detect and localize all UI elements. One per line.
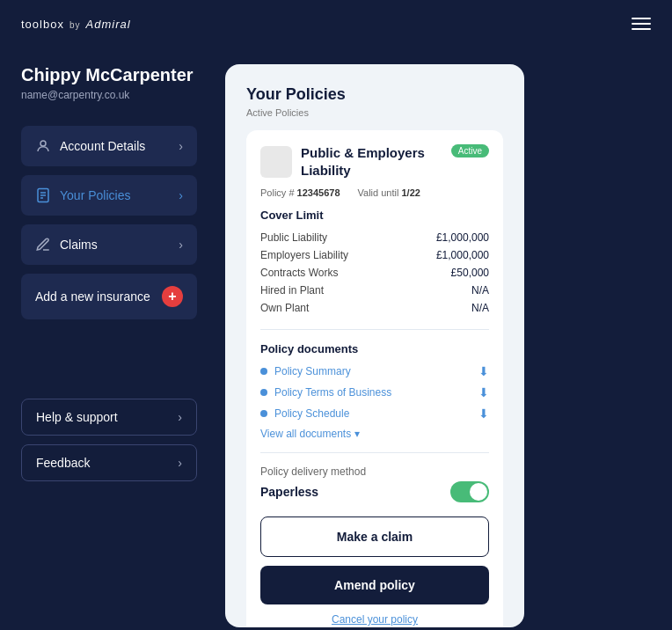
nav-account-details-label: Account Details	[60, 139, 145, 153]
svg-point-0	[40, 141, 46, 146]
feedback-label: Feedback	[36, 456, 90, 470]
cover-label: Hired in Plant	[260, 284, 324, 297]
header: toolbox by Admiral	[0, 0, 672, 47]
cover-rows: Public Liability£1,000,000Employers Liab…	[260, 229, 489, 317]
cancel-policy-link[interactable]: Cancel your policy	[260, 613, 489, 626]
document-icon	[35, 187, 51, 203]
view-all-documents[interactable]: View all documents ▾	[260, 428, 489, 440]
cover-value: N/A	[471, 302, 489, 314]
valid-until: 1/22	[401, 187, 420, 198]
cover-value: N/A	[471, 284, 489, 297]
divider-2	[260, 452, 489, 453]
policy-meta: Policy # 12345678 Valid until 1/22	[260, 187, 489, 198]
feedback-button[interactable]: Feedback ›	[21, 444, 197, 481]
delivery-label: Policy delivery method	[260, 465, 489, 478]
help-support-label: Help & support	[36, 410, 118, 424]
make-claim-label: Make a claim	[337, 530, 413, 544]
doc-item[interactable]: Policy Terms of Business ⬇	[260, 385, 489, 399]
doc-dot	[260, 389, 267, 396]
make-claim-button[interactable]: Make a claim	[260, 516, 489, 557]
divider	[260, 329, 489, 330]
cover-label: Own Plant	[260, 302, 309, 314]
paperless-toggle[interactable]	[450, 481, 489, 502]
active-label: Active Policies	[246, 107, 503, 118]
doc-name: Policy Summary	[274, 365, 351, 377]
valid-until-label: Valid until 1/22	[358, 187, 420, 198]
logo-main: toolbox	[21, 18, 64, 31]
chevron-icon: ›	[178, 410, 182, 424]
cover-label: Public Liability	[260, 231, 327, 244]
chevron-down-icon: ▾	[354, 428, 360, 440]
cover-value: £1,000,000	[436, 231, 489, 244]
policy-name: Public & Employers Liability	[301, 144, 451, 179]
delivery-method: Policy delivery method Paperless	[260, 465, 489, 502]
chevron-icon: ›	[179, 238, 183, 252]
logo-by: by	[69, 20, 81, 30]
cover-row: Public Liability£1,000,000	[260, 229, 489, 246]
policy-header-left: Public & Employers Liability	[260, 144, 451, 179]
person-icon	[35, 138, 51, 154]
nav-your-policies-label: Your Policies	[60, 188, 130, 202]
logo: toolbox by Admiral	[21, 14, 131, 33]
doc-item[interactable]: Policy Schedule ⬇	[260, 407, 489, 421]
chevron-icon: ›	[179, 139, 183, 153]
policy-card: Public & Employers Liability Active Poli…	[246, 130, 503, 627]
add-icon: +	[162, 286, 183, 307]
policy-number: 12345678	[297, 187, 340, 198]
view-all-label: View all documents	[260, 428, 351, 440]
add-insurance-label: Add a new insurance	[35, 289, 150, 304]
amend-policy-button[interactable]: Amend policy	[260, 566, 489, 604]
chevron-icon: ›	[179, 188, 183, 202]
documents-title: Policy documents	[260, 342, 489, 355]
spacer	[21, 328, 197, 399]
download-icon[interactable]: ⬇	[478, 407, 489, 421]
doc-left: Policy Terms of Business	[260, 386, 391, 399]
doc-item[interactable]: Policy Summary ⬇	[260, 364, 489, 378]
doc-name: Policy Schedule	[274, 407, 349, 420]
nav-claims-left: Claims	[35, 237, 98, 253]
cancel-label: Cancel your policy	[332, 613, 418, 626]
delivery-name: Paperless	[260, 485, 318, 499]
hamburger-menu[interactable]	[632, 18, 651, 30]
doc-name: Policy Terms of Business	[274, 386, 391, 399]
cover-row: Own PlantN/A	[260, 299, 489, 317]
cover-limit-title: Cover Limit	[260, 209, 489, 222]
amend-policy-label: Amend policy	[334, 578, 415, 592]
cover-label: Employers Liability	[260, 249, 348, 261]
nav-your-policies-left: Your Policies	[35, 187, 130, 203]
doc-dot	[260, 410, 267, 417]
cover-row: Hired in PlantN/A	[260, 282, 489, 299]
help-support-button[interactable]: Help & support ›	[21, 399, 197, 436]
policy-panel: Your Policies Active Policies Public & E…	[225, 64, 524, 627]
nav-account-details[interactable]: Account Details ›	[21, 126, 197, 166]
doc-left: Policy Summary	[260, 365, 351, 377]
add-insurance-button[interactable]: Add a new insurance +	[21, 274, 197, 319]
chevron-icon: ›	[178, 456, 182, 470]
user-email: name@carpentry.co.uk	[21, 89, 197, 101]
sidebar: Chippy McCarpenter name@carpentry.co.uk …	[21, 64, 197, 627]
logo-brand: Admiral	[86, 18, 131, 31]
doc-dot	[260, 368, 267, 375]
cover-value: £1,000,000	[436, 249, 489, 261]
nav-your-policies[interactable]: Your Policies ›	[21, 175, 197, 216]
cover-label: Contracts Works	[260, 267, 338, 279]
panel-title: Your Policies	[246, 85, 503, 104]
user-name: Chippy McCarpenter	[21, 64, 197, 85]
cover-row: Employers Liability£1,000,000	[260, 246, 489, 264]
policy-number-label: Policy # 12345678	[260, 187, 340, 198]
active-badge: Active	[451, 144, 489, 158]
documents-list: Policy Summary ⬇ Policy Terms of Busines…	[260, 364, 489, 421]
cover-row: Contracts Works£50,000	[260, 264, 489, 282]
policy-card-header: Public & Employers Liability Active	[260, 144, 489, 179]
download-icon[interactable]: ⬇	[478, 385, 489, 399]
cover-value: £50,000	[451, 267, 489, 279]
pen-icon	[35, 237, 51, 253]
download-icon[interactable]: ⬇	[478, 364, 489, 378]
nav-claims-label: Claims	[60, 238, 98, 252]
main-content: Chippy McCarpenter name@carpentry.co.uk …	[0, 64, 672, 627]
doc-left: Policy Schedule	[260, 407, 349, 420]
delivery-row: Paperless	[260, 481, 489, 502]
nav-account-details-left: Account Details	[35, 138, 145, 154]
policy-logo	[260, 146, 292, 178]
nav-claims[interactable]: Claims ›	[21, 224, 197, 265]
